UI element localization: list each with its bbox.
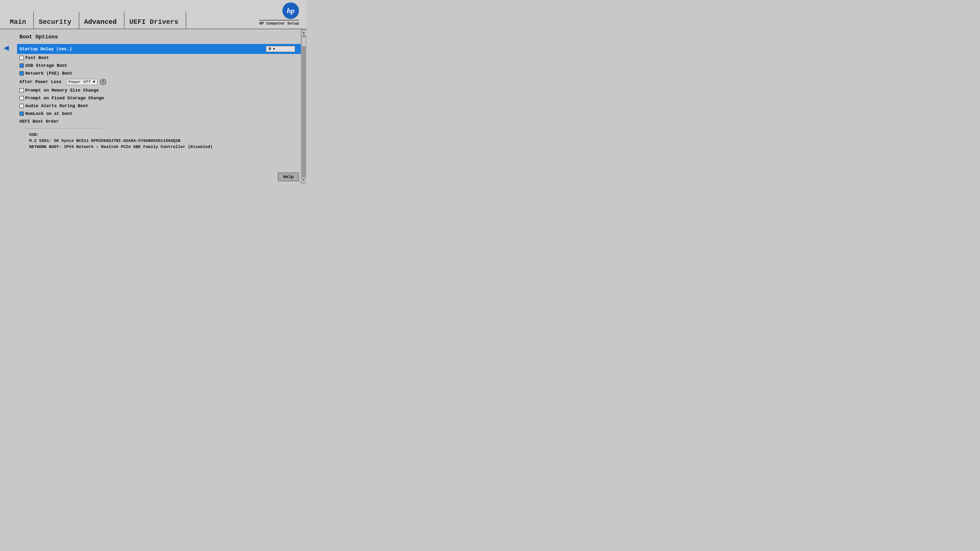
audio-alerts-label: Audio Alerts During Boot [25,103,88,108]
boot-order-divider: ------------------------------ [19,125,296,132]
nav-tabs: Main Security Advanced UEFI Drivers [7,0,186,29]
fast-boot-checkbox[interactable] [19,56,24,60]
back-button[interactable]: ◀ [4,43,9,53]
network-pxe-boot-checkbox[interactable] [19,71,24,76]
numlock-checkbox[interactable] [19,111,24,116]
scroll-down-button[interactable]: ▼ [301,177,307,183]
prompt-memory-label: Prompt on Memory Size Change [25,88,99,93]
network-pxe-boot-label: Network (PXE) Boot [25,71,72,76]
scroll-thumb[interactable] [302,37,306,47]
scroll-track [302,36,306,177]
network-pxe-boot-row[interactable]: Network (PXE) Boot [19,70,296,77]
tab-uefi-drivers[interactable]: UEFI Drivers [124,12,186,29]
startup-delay-label: Startup Delay (sec.) [19,47,72,51]
prompt-memory-checkbox[interactable] [19,88,24,92]
content-area: ◀ Boot Options Startup Delay (sec.) 0 ▼ … [0,29,306,184]
fast-boot-label: Fast Boot [25,56,49,60]
scrollbar: ▲ ▼ [301,29,306,184]
audio-alerts-checkbox[interactable] [19,104,24,108]
boot-item-ssd[interactable]: M.2 SSD1: SK hynix BC511 HFM256GDJTNI-82… [19,138,296,144]
after-power-loss-help-icon[interactable]: ? [100,79,106,85]
hp-logo: hp [282,2,299,19]
after-power-loss-value: Power Off [68,80,91,84]
prompt-storage-label: Prompt on Fixed Storage Change [25,96,104,100]
startup-delay-value: 0 [269,47,271,51]
audio-alerts-row[interactable]: Audio Alerts During Boot [19,102,296,110]
boot-item-usb[interactable]: USB: [19,132,296,138]
fast-boot-row[interactable]: Fast Boot [19,54,296,62]
hp-subtitle: HP Computer Setup [259,20,299,26]
prompt-storage-row[interactable]: Prompt on Fixed Storage Change [19,94,296,102]
usb-storage-boot-label: USB Storage Boot [25,63,67,68]
startup-delay-dropdown[interactable]: 0 ▼ [266,46,295,52]
tab-main[interactable]: Main [7,12,34,29]
settings-list: Startup Delay (sec.) 0 ▼ Fast Boot USB S… [19,44,296,150]
after-power-loss-dropdown-arrow: ▼ [93,80,95,84]
prompt-storage-checkbox[interactable] [19,96,24,100]
uefi-boot-order-header: UEFI Boot Order [19,118,296,125]
after-power-loss-label: After Power Loss [19,79,62,84]
main-content: Boot Options Startup Delay (sec.) 0 ▼ Fa… [0,29,301,184]
usb-storage-boot-row[interactable]: USB Storage Boot [19,62,296,70]
tab-advanced[interactable]: Advanced [79,12,124,29]
tab-security[interactable]: Security [34,12,79,29]
startup-delay-dropdown-arrow: ▼ [273,47,275,51]
boot-item-network[interactable]: NETWORK BOOT: IPV4 Network – Realtek PCI… [19,144,296,150]
scroll-up-button[interactable]: ▲ [301,30,307,35]
numlock-row[interactable]: NumLock on at boot [19,110,296,118]
usb-storage-boot-checkbox[interactable] [19,64,24,68]
prompt-memory-row[interactable]: Prompt on Memory Size Change [19,86,296,94]
header: Main Security Advanced UEFI Drivers hp H… [0,0,306,29]
numlock-label: NumLock on at boot [25,111,72,116]
section-title: Boot Options [19,34,296,40]
startup-delay-row[interactable]: Startup Delay (sec.) 0 ▼ [17,44,301,54]
after-power-loss-row[interactable]: After Power Loss Power Off ▼ ? [19,77,296,86]
after-power-loss-dropdown[interactable]: Power Off ▼ [66,79,97,85]
help-button[interactable]: Help [278,173,299,181]
hp-logo-area: hp HP Computer Setup [259,2,299,26]
